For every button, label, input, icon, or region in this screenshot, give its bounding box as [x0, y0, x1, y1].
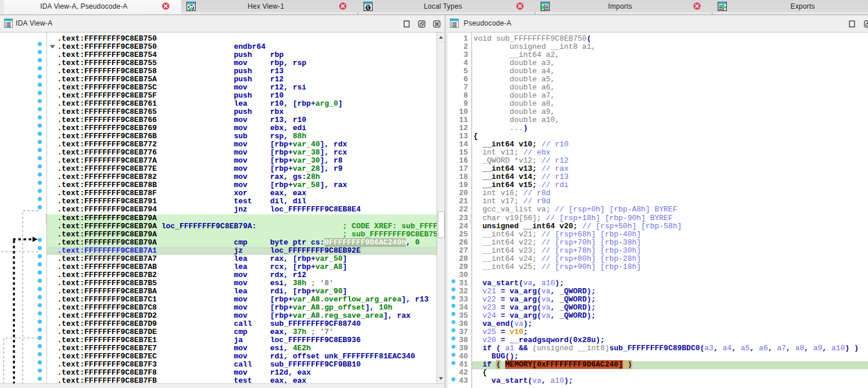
svg-text:t: t — [367, 5, 370, 11]
